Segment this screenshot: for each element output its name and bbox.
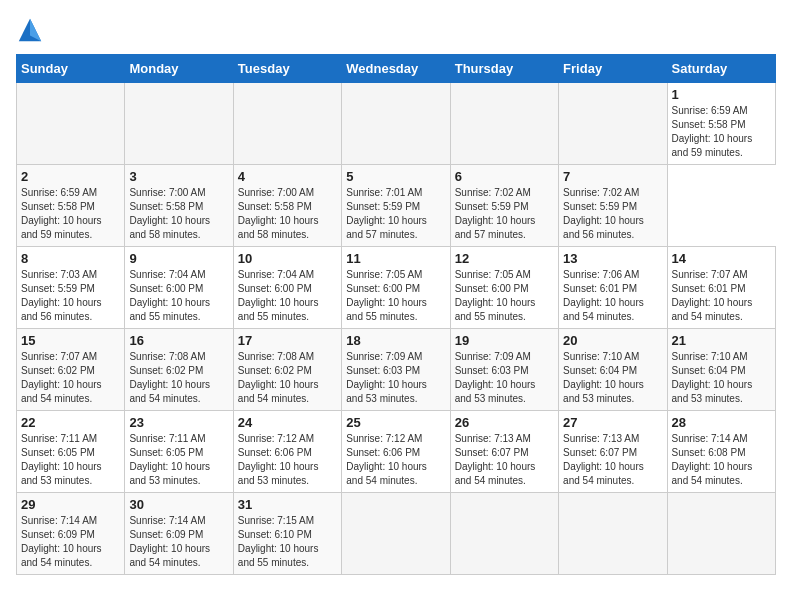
day-number: 11 — [346, 251, 445, 266]
calendar-cell — [233, 83, 341, 165]
day-info: Sunrise: 7:02 AM Sunset: 5:59 PM Dayligh… — [563, 186, 662, 242]
day-info: Sunrise: 7:04 AM Sunset: 6:00 PM Dayligh… — [129, 268, 228, 324]
logo-icon — [16, 16, 44, 44]
calendar-cell — [125, 83, 233, 165]
calendar-cell: 8 Sunrise: 7:03 AM Sunset: 5:59 PM Dayli… — [17, 247, 125, 329]
day-info: Sunrise: 7:02 AM Sunset: 5:59 PM Dayligh… — [455, 186, 554, 242]
day-info: Sunrise: 7:14 AM Sunset: 6:09 PM Dayligh… — [129, 514, 228, 570]
day-info: Sunrise: 7:13 AM Sunset: 6:07 PM Dayligh… — [455, 432, 554, 488]
calendar-cell: 18 Sunrise: 7:09 AM Sunset: 6:03 PM Dayl… — [342, 329, 450, 411]
day-info: Sunrise: 7:07 AM Sunset: 6:02 PM Dayligh… — [21, 350, 120, 406]
calendar-cell: 3 Sunrise: 7:00 AM Sunset: 5:58 PM Dayli… — [125, 165, 233, 247]
day-info: Sunrise: 7:14 AM Sunset: 6:09 PM Dayligh… — [21, 514, 120, 570]
calendar-cell: 28 Sunrise: 7:14 AM Sunset: 6:08 PM Dayl… — [667, 411, 775, 493]
day-of-week-header: Saturday — [667, 55, 775, 83]
day-info: Sunrise: 7:04 AM Sunset: 6:00 PM Dayligh… — [238, 268, 337, 324]
day-of-week-header: Monday — [125, 55, 233, 83]
day-info: Sunrise: 7:15 AM Sunset: 6:10 PM Dayligh… — [238, 514, 337, 570]
day-number: 14 — [672, 251, 771, 266]
calendar-cell: 25 Sunrise: 7:12 AM Sunset: 6:06 PM Dayl… — [342, 411, 450, 493]
day-of-week-header: Tuesday — [233, 55, 341, 83]
calendar-cell: 10 Sunrise: 7:04 AM Sunset: 6:00 PM Dayl… — [233, 247, 341, 329]
day-info: Sunrise: 7:12 AM Sunset: 6:06 PM Dayligh… — [238, 432, 337, 488]
calendar-week: 15 Sunrise: 7:07 AM Sunset: 6:02 PM Dayl… — [17, 329, 776, 411]
calendar-cell — [342, 493, 450, 575]
calendar-cell: 14 Sunrise: 7:07 AM Sunset: 6:01 PM Dayl… — [667, 247, 775, 329]
day-info: Sunrise: 7:05 AM Sunset: 6:00 PM Dayligh… — [455, 268, 554, 324]
day-info: Sunrise: 7:08 AM Sunset: 6:02 PM Dayligh… — [129, 350, 228, 406]
day-number: 5 — [346, 169, 445, 184]
day-number: 31 — [238, 497, 337, 512]
calendar-cell: 2 Sunrise: 6:59 AM Sunset: 5:58 PM Dayli… — [17, 165, 125, 247]
day-number: 12 — [455, 251, 554, 266]
day-number: 20 — [563, 333, 662, 348]
calendar-cell: 31 Sunrise: 7:15 AM Sunset: 6:10 PM Dayl… — [233, 493, 341, 575]
day-info: Sunrise: 7:07 AM Sunset: 6:01 PM Dayligh… — [672, 268, 771, 324]
day-number: 26 — [455, 415, 554, 430]
day-number: 15 — [21, 333, 120, 348]
day-number: 23 — [129, 415, 228, 430]
day-info: Sunrise: 7:11 AM Sunset: 6:05 PM Dayligh… — [129, 432, 228, 488]
calendar-cell: 19 Sunrise: 7:09 AM Sunset: 6:03 PM Dayl… — [450, 329, 558, 411]
day-info: Sunrise: 7:01 AM Sunset: 5:59 PM Dayligh… — [346, 186, 445, 242]
day-number: 27 — [563, 415, 662, 430]
calendar-cell: 7 Sunrise: 7:02 AM Sunset: 5:59 PM Dayli… — [559, 165, 667, 247]
calendar-cell: 6 Sunrise: 7:02 AM Sunset: 5:59 PM Dayli… — [450, 165, 558, 247]
day-info: Sunrise: 7:13 AM Sunset: 6:07 PM Dayligh… — [563, 432, 662, 488]
day-info: Sunrise: 7:10 AM Sunset: 6:04 PM Dayligh… — [672, 350, 771, 406]
day-info: Sunrise: 7:11 AM Sunset: 6:05 PM Dayligh… — [21, 432, 120, 488]
calendar-cell: 9 Sunrise: 7:04 AM Sunset: 6:00 PM Dayli… — [125, 247, 233, 329]
day-info: Sunrise: 7:03 AM Sunset: 5:59 PM Dayligh… — [21, 268, 120, 324]
day-info: Sunrise: 7:08 AM Sunset: 6:02 PM Dayligh… — [238, 350, 337, 406]
logo — [16, 16, 48, 44]
day-number: 22 — [21, 415, 120, 430]
calendar-cell: 1 Sunrise: 6:59 AM Sunset: 5:58 PM Dayli… — [667, 83, 775, 165]
day-number: 25 — [346, 415, 445, 430]
calendar-week: 29 Sunrise: 7:14 AM Sunset: 6:09 PM Dayl… — [17, 493, 776, 575]
day-number: 19 — [455, 333, 554, 348]
day-number: 10 — [238, 251, 337, 266]
calendar-cell — [342, 83, 450, 165]
day-number: 17 — [238, 333, 337, 348]
calendar-cell: 26 Sunrise: 7:13 AM Sunset: 6:07 PM Dayl… — [450, 411, 558, 493]
day-number: 21 — [672, 333, 771, 348]
calendar-cell: 16 Sunrise: 7:08 AM Sunset: 6:02 PM Dayl… — [125, 329, 233, 411]
day-number: 9 — [129, 251, 228, 266]
day-info: Sunrise: 7:00 AM Sunset: 5:58 PM Dayligh… — [129, 186, 228, 242]
day-info: Sunrise: 7:14 AM Sunset: 6:08 PM Dayligh… — [672, 432, 771, 488]
day-info: Sunrise: 7:09 AM Sunset: 6:03 PM Dayligh… — [455, 350, 554, 406]
day-info: Sunrise: 7:09 AM Sunset: 6:03 PM Dayligh… — [346, 350, 445, 406]
calendar-cell: 15 Sunrise: 7:07 AM Sunset: 6:02 PM Dayl… — [17, 329, 125, 411]
calendar-cell: 24 Sunrise: 7:12 AM Sunset: 6:06 PM Dayl… — [233, 411, 341, 493]
calendar-cell — [559, 493, 667, 575]
day-info: Sunrise: 7:12 AM Sunset: 6:06 PM Dayligh… — [346, 432, 445, 488]
day-of-week-header: Thursday — [450, 55, 558, 83]
calendar-cell: 20 Sunrise: 7:10 AM Sunset: 6:04 PM Dayl… — [559, 329, 667, 411]
day-info: Sunrise: 7:00 AM Sunset: 5:58 PM Dayligh… — [238, 186, 337, 242]
day-info: Sunrise: 7:06 AM Sunset: 6:01 PM Dayligh… — [563, 268, 662, 324]
day-number: 8 — [21, 251, 120, 266]
day-number: 2 — [21, 169, 120, 184]
calendar-cell: 29 Sunrise: 7:14 AM Sunset: 6:09 PM Dayl… — [17, 493, 125, 575]
calendar-week: 22 Sunrise: 7:11 AM Sunset: 6:05 PM Dayl… — [17, 411, 776, 493]
calendar-cell: 27 Sunrise: 7:13 AM Sunset: 6:07 PM Dayl… — [559, 411, 667, 493]
day-number: 1 — [672, 87, 771, 102]
calendar-cell: 12 Sunrise: 7:05 AM Sunset: 6:00 PM Dayl… — [450, 247, 558, 329]
calendar-cell — [667, 493, 775, 575]
day-number: 30 — [129, 497, 228, 512]
calendar-body: 1 Sunrise: 6:59 AM Sunset: 5:58 PM Dayli… — [17, 83, 776, 575]
calendar-cell — [450, 493, 558, 575]
calendar-cell: 21 Sunrise: 7:10 AM Sunset: 6:04 PM Dayl… — [667, 329, 775, 411]
calendar-cell — [17, 83, 125, 165]
day-number: 29 — [21, 497, 120, 512]
calendar-cell: 13 Sunrise: 7:06 AM Sunset: 6:01 PM Dayl… — [559, 247, 667, 329]
calendar-cell — [450, 83, 558, 165]
day-info: Sunrise: 6:59 AM Sunset: 5:58 PM Dayligh… — [672, 104, 771, 160]
calendar-cell: 17 Sunrise: 7:08 AM Sunset: 6:02 PM Dayl… — [233, 329, 341, 411]
page-header — [16, 16, 776, 44]
calendar-cell: 11 Sunrise: 7:05 AM Sunset: 6:00 PM Dayl… — [342, 247, 450, 329]
day-number: 13 — [563, 251, 662, 266]
day-number: 24 — [238, 415, 337, 430]
days-of-week-row: SundayMondayTuesdayWednesdayThursdayFrid… — [17, 55, 776, 83]
day-of-week-header: Friday — [559, 55, 667, 83]
